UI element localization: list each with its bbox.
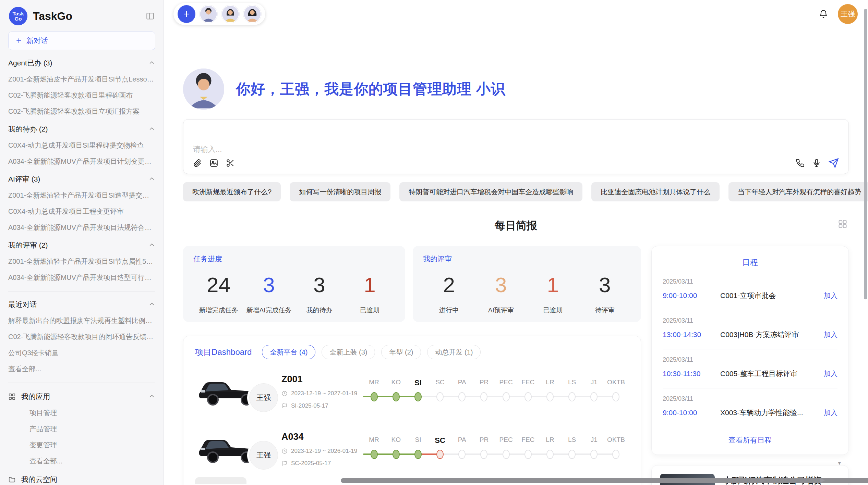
send-icon[interactable] — [829, 158, 839, 168]
schedule-event-title: C005-整车工程目标评审 — [720, 369, 818, 378]
sidebar-subitem[interactable]: 变更管理 — [29, 440, 155, 450]
view-all-link[interactable]: 查看全部... — [8, 364, 155, 374]
scissors-icon[interactable] — [226, 159, 235, 167]
microphone-icon[interactable] — [812, 159, 821, 167]
section-header[interactable]: 我的待办 (2) — [8, 124, 155, 134]
suggestion-chip[interactable]: 如何写一份清晰的项目周报 — [290, 182, 390, 201]
suggestion-chip[interactable]: 欧洲新规最近颁布了什么? — [183, 182, 281, 201]
sidebar-subitem[interactable]: 项目管理 — [29, 408, 155, 418]
sidebar-item[interactable]: C0X4-动力总成开发项目SI里程碑提交物检查 — [8, 141, 155, 150]
milestone-label: SC — [429, 378, 451, 387]
dashboard-title: 项目Dashboard — [195, 347, 252, 358]
section-header[interactable]: 我的评审 (2) — [8, 240, 155, 250]
add-agent-button[interactable] — [178, 5, 195, 23]
attachment-icon[interactable] — [193, 159, 202, 167]
join-link[interactable]: 加入 — [818, 330, 837, 339]
milestone-nodes — [363, 446, 627, 462]
milestone-cells — [363, 389, 627, 405]
schedule-title: 日程 — [663, 255, 837, 271]
sidebar-item[interactable]: Z001-全新燃油轻卡产品开发项目SI节点属性5D文件评审 — [8, 257, 155, 266]
milestone-label: MR — [363, 378, 385, 387]
sidebar-item[interactable]: C02-飞腾新能源轻客改款项目的闭环通告反馈情况 — [8, 332, 155, 341]
milestone-node — [612, 450, 619, 459]
sidebar-item[interactable]: A034-全新新能源MUV产品开发项目计划变更表编写 — [8, 157, 155, 166]
section-header[interactable]: Agent已办 (3) — [8, 58, 155, 68]
schedule-date: 2025/03/11 — [663, 278, 837, 285]
agent-avatar[interactable] — [243, 5, 261, 23]
dashboard-tab[interactable]: 全新上装 (3) — [322, 345, 375, 359]
sidebar-header: Task Go TaskGo — [8, 5, 155, 32]
flag-icon — [281, 460, 288, 467]
scroll-right-arrow-icon[interactable]: ▶ — [820, 476, 825, 484]
sidebar-item[interactable]: A034-全新新能源MUV产品开发项目造型可行性评审 — [8, 273, 155, 282]
suggestion-chip[interactable]: 当下年轻人对汽车外观有怎样的喜好趋势 — [728, 182, 868, 201]
notification-bell-icon[interactable] — [819, 9, 828, 19]
section-header[interactable]: AI评审 (3) — [8, 174, 155, 184]
sidebar-item[interactable]: 公司Q3轻卡销量 — [8, 348, 155, 358]
chevron-up-icon — [148, 60, 155, 66]
dashboard-tab[interactable]: 全新平台 (4) — [262, 345, 315, 359]
sidebar-item[interactable]: A034-全新新能源MUV产品开发项目法规符合性评审 — [8, 223, 155, 232]
stats-card: 我的评审2进行中3AI预评审1已逾期3待评审 — [413, 246, 641, 322]
new-chat-label: 新对话 — [26, 36, 48, 46]
dashboard-tab[interactable]: 年型 (2) — [381, 345, 421, 359]
sidebar-item[interactable]: Z001-全新燃油皮卡产品开发项目SI节点Lesson Learn报告 — [8, 75, 155, 84]
sidebar-item-my-apps[interactable]: 我的应用 — [8, 392, 155, 401]
view-all-link[interactable]: 查看全部... — [29, 457, 155, 466]
collapse-sidebar-icon[interactable] — [146, 12, 155, 21]
stat: 3我的待办 — [294, 273, 345, 315]
sidebar-subitem[interactable]: 产品管理 — [29, 424, 155, 434]
layout-grid-icon[interactable] — [838, 219, 847, 229]
voice-call-icon[interactable] — [796, 159, 805, 167]
chevron-up-icon — [148, 393, 155, 400]
milestone-node — [525, 392, 532, 401]
stat-label: 我的待办 — [294, 306, 345, 315]
chat-input[interactable]: 请输入... — [183, 119, 849, 174]
schedule-event-title: C001-立项审批会 — [720, 291, 818, 300]
schedule-time: 10:30-11:30 — [663, 370, 720, 378]
dashboard-tab[interactable]: 动总开发 (1) — [427, 345, 481, 359]
stat: 3AI预评审 — [475, 273, 527, 315]
sidebar-item-cloud-space[interactable]: 我的云空间 — [8, 475, 155, 484]
milestone-label: PA — [451, 436, 473, 445]
project-row: 王强A0342023-12-19 ~ 2026-01-19SC-2025-05-… — [183, 420, 641, 477]
milestone-label: OKTB — [605, 436, 627, 445]
milestone-node — [525, 450, 532, 459]
milestone-track: MRKOSISCPAPRPECFECLRLSJ1OKTB — [363, 378, 629, 405]
agent-avatar[interactable] — [200, 5, 217, 23]
sidebar-item[interactable]: Z001-全新燃油轻卡产品开发项目SI造型提交物评审 — [8, 191, 155, 200]
milestone-label: LR — [539, 436, 561, 445]
horizontal-scrollbar[interactable] — [341, 478, 868, 483]
join-link[interactable]: 加入 — [818, 291, 837, 300]
stat: 1已逾期 — [345, 273, 395, 315]
app-logo: Task Go — [9, 7, 27, 25]
view-all-schedule-link[interactable]: 查看所有日程 — [663, 427, 837, 450]
vertical-scrollbar[interactable] — [864, 9, 867, 299]
new-chat-button[interactable]: 新对话 — [8, 32, 155, 50]
project-media: 王强 — [195, 427, 277, 471]
schedule-date: 2025/03/11 — [663, 395, 837, 402]
sidebar-item[interactable]: 解释最新出台的欧盟报废车法规再生塑料比例被调至15%... — [8, 316, 155, 325]
sidebar-item[interactable]: C02-飞腾新能源轻客改款项目里程碑画布 — [8, 91, 155, 100]
section-header[interactable]: 最近对话 — [8, 300, 155, 309]
image-upload-icon[interactable] — [209, 159, 218, 167]
input-placeholder: 请输入... — [193, 144, 839, 154]
agent-avatar[interactable] — [221, 5, 239, 23]
section-title: 最近对话 — [8, 300, 37, 309]
milestone-label: KO — [385, 436, 407, 445]
milestone-node — [414, 450, 422, 459]
schedule-date: 2025/03/11 — [663, 317, 837, 324]
milestone-node — [503, 450, 510, 459]
schedule-item: 2025/03/119:00-10:00X003-车辆动力学性能验...加入 — [663, 388, 837, 427]
suggestion-chip[interactable]: 比亚迪全固态电池计划具体说了什么 — [591, 182, 720, 201]
sidebar-item[interactable]: C02-飞腾新能源轻客改款项目立项汇报方案 — [8, 107, 155, 116]
milestone-label: J1 — [583, 436, 605, 445]
suggestion-chip[interactable]: 特朗普可能对进口汽车增税会对中国车企造成哪些影响 — [399, 182, 582, 201]
chevron-up-icon — [148, 126, 155, 133]
sidebar-item[interactable]: C0X4-动力总成开发项目工程变更评审 — [8, 207, 155, 216]
scroll-down-arrow-icon[interactable]: ▼ — [837, 460, 842, 466]
stat-label: 新增AI完成任务 — [244, 306, 294, 315]
join-link[interactable]: 加入 — [818, 369, 837, 378]
user-avatar[interactable]: 王强 — [838, 4, 858, 24]
join-link[interactable]: 加入 — [818, 408, 837, 418]
